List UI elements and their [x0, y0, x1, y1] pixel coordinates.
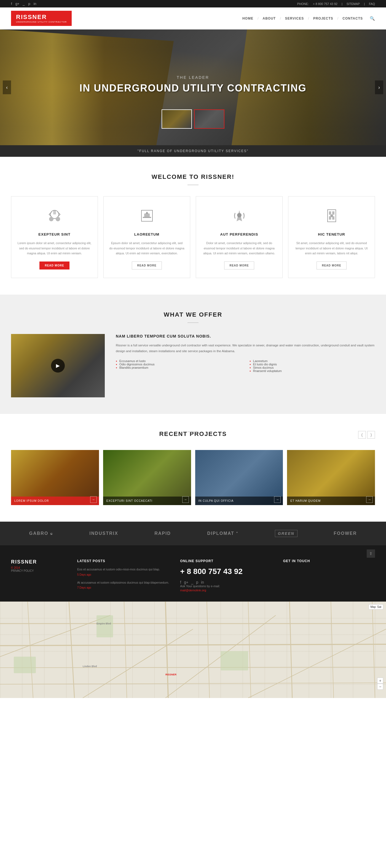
project-arrow-btn-4[interactable]: → [366, 496, 373, 503]
hero-thumb-1[interactable] [161, 110, 192, 129]
footer-linkedin-icon[interactable]: in [201, 580, 204, 585]
footer-social: f g+ ⎯ p in [180, 580, 272, 585]
svg-point-7 [237, 213, 241, 217]
offer-content: ▶ NAM LIBERO TEMPORE CUM SOLUTA NOBIS. R… [11, 334, 375, 397]
map-button[interactable]: Map [370, 606, 376, 609]
hero-prev-arrow[interactable]: ‹ [3, 81, 11, 94]
map-zoom-out[interactable]: − [377, 684, 383, 690]
nav-sep1: / [258, 16, 259, 21]
project-arrow-btn-2[interactable]: → [182, 496, 189, 503]
map-roads-svg [0, 601, 386, 698]
projects-next-arrow[interactable]: ) [367, 431, 375, 439]
project-card-1[interactable]: LOREM IPSUM DOLOR → [11, 450, 99, 505]
sitemap-link[interactable]: SITEMAP [347, 2, 360, 5]
play-button[interactable]: ▶ [51, 359, 65, 373]
map-label-empire: Empire Blvd [96, 622, 111, 625]
service-desc-1: Lorem ipsum dolor sit amet, consectetur … [17, 241, 92, 256]
service-card-2: LAOREETUM Epsum dolor sit amet, consecte… [103, 196, 190, 278]
footer-email[interactable]: mail@demolink.org [180, 589, 272, 592]
project-arrow-btn-1[interactable]: → [90, 496, 97, 503]
svg-line-19 [69, 601, 75, 698]
google-plus-icon[interactable]: g+ [16, 2, 20, 6]
service-cards: EXEPTEUR SINT Lorem ipsum dolor sit amet… [11, 196, 375, 278]
hero-next-arrow[interactable]: › [375, 81, 383, 94]
footer-copyright: © 2014 [11, 566, 66, 569]
service-icon-3 [228, 205, 250, 227]
projects-prev-arrow[interactable]: ( [358, 431, 366, 439]
top-bar: f g+ ⎯ p in PHONE: + 8 800 757 43 92 | S… [0, 0, 386, 7]
offer-list-right: Laoreetum Et lusto dio dignis Simos duci… [249, 359, 375, 373]
nav-services[interactable]: SERVICES [282, 17, 306, 21]
read-more-btn-4[interactable]: READ MORE [317, 261, 346, 270]
offer-section: WHAT WE OFFER ▶ NAM LIBERO TEMPORE CUM S… [0, 294, 386, 414]
project-card-3[interactable]: IN CULPA QUI OFFICIA → [195, 450, 283, 505]
svg-rect-9 [329, 211, 331, 215]
offer-item-r1: Laoreetum [249, 359, 375, 363]
service-card-1: EXEPTEUR SINT Lorem ipsum dolor sit amet… [11, 196, 98, 278]
rss-icon[interactable]: ⎯ [23, 2, 25, 6]
map-section[interactable]: Empire Blvd Linden Blvd RISSNER Map Sat … [0, 601, 386, 698]
project-arrow-btn-3[interactable]: → [274, 496, 281, 503]
nav-projects[interactable]: PROJECTS [310, 17, 336, 21]
hero-tagline: "FULL RANGE OF UNDERGROUND UTILITY SERVI… [0, 145, 386, 157]
svg-line-27 [0, 615, 110, 657]
linkedin-icon[interactable]: in [34, 2, 36, 6]
nav-sep2: / [280, 16, 281, 21]
project-cards: LOREM IPSUM DOLOR → EXCEPTURI SINT OCCAE… [11, 450, 375, 505]
top-bar-right: PHONE: + 8 800 757 43 92 | SITEMAP | FAQ [297, 2, 375, 5]
footer-policy[interactable]: PRIVACY POLICY [11, 569, 66, 572]
read-more-btn-1[interactable]: READ MORE [39, 261, 69, 270]
post-date-1: 5 Days ago [77, 573, 169, 576]
service-desc-3: Dolor sit amet, consectetur adipiscing e… [202, 241, 277, 256]
partner-gabro: GABRO ☯ [29, 531, 53, 536]
svg-line-30 [248, 629, 386, 698]
project-label-3: IN CULPA QUI OFFICIA [195, 497, 283, 505]
logo[interactable]: RISSNER UNDERGROUND UTILITY CONTRACTOR [11, 11, 72, 26]
footer-rss-icon[interactable]: ⎯ [191, 580, 193, 585]
project-card-4[interactable]: ET HARUM QUIDEM → [287, 450, 375, 505]
map-type-controls[interactable]: Map Sat [368, 604, 383, 610]
partners-section: GABRO ☯ INDUSTRIX RAPID DIPLOMAT ✦ green… [0, 522, 386, 545]
read-more-btn-3[interactable]: READ MORE [224, 261, 254, 270]
hero-content: THE LEADER IN UNDERGROUND UTILITY CONTRA… [80, 75, 306, 94]
hero-thumb-2[interactable] [194, 110, 225, 129]
footer-top: ⇧ RISSNER © 2014 PRIVACY POLICY LATEST P… [0, 545, 386, 601]
service-icon-1 [43, 205, 66, 227]
hero-title: IN UNDERGROUND UTILITY CONTRACTING [80, 83, 306, 94]
projects-arrows: ( ) [358, 431, 375, 439]
search-icon[interactable]: 🔍 [370, 16, 375, 21]
read-more-btn-2[interactable]: READ MORE [132, 261, 161, 270]
faq-link[interactable]: FAQ [369, 2, 375, 5]
footer-google-icon[interactable]: g+ [184, 580, 188, 585]
project-label-4: ET HARUM QUIDEM [287, 497, 375, 505]
nav-about[interactable]: ABOUT [260, 17, 279, 21]
sat-button[interactable]: Sat [377, 606, 381, 609]
map-zoom-controls: + − [377, 678, 383, 690]
social-links[interactable]: f g+ ⎯ p in [11, 2, 36, 6]
offer-lists: Eccusamus et lusto Odio dignissimos duci… [116, 359, 375, 373]
welcome-divider [187, 185, 199, 185]
pinterest-icon[interactable]: p [28, 2, 30, 6]
back-to-top-btn[interactable]: ⇧ [367, 550, 375, 558]
svg-line-28 [83, 629, 193, 698]
offer-heading: NAM LIBERO TEMPORE CUM SOLUTA NOBIS. [116, 334, 375, 338]
separator2: | [364, 2, 365, 5]
post-text-1: Eos et accusamus et iustom odio-nissi-mo… [77, 567, 169, 572]
footer-latest-posts: LATEST POSTS Eos et accusamus et iustom … [77, 559, 169, 593]
footer-facebook-icon[interactable]: f [180, 580, 181, 585]
nav-sep3: / [308, 16, 309, 21]
offer-video[interactable]: ▶ [11, 334, 105, 397]
contact-title: GET IN TOUCH [283, 559, 375, 563]
map-background: Empire Blvd Linden Blvd RISSNER Map Sat … [0, 601, 386, 698]
project-card-2[interactable]: EXCEPTURI SINT OCCAECATI → [103, 450, 191, 505]
map-zoom-in[interactable]: + [377, 678, 383, 684]
offer-item-l2: Odio dignissimos ducimus [116, 363, 241, 366]
service-card-3: AUT PERFERENDIS Dolor sit amet, consecte… [196, 196, 283, 278]
footer-pinterest-icon[interactable]: p [196, 580, 198, 585]
facebook-icon[interactable]: f [11, 2, 12, 6]
nav-home[interactable]: HOME [240, 17, 256, 21]
nav-contacts[interactable]: CONTACTS [340, 17, 365, 21]
svg-point-2 [56, 217, 60, 221]
projects-divider [187, 432, 199, 432]
svg-line-16 [0, 667, 386, 668]
